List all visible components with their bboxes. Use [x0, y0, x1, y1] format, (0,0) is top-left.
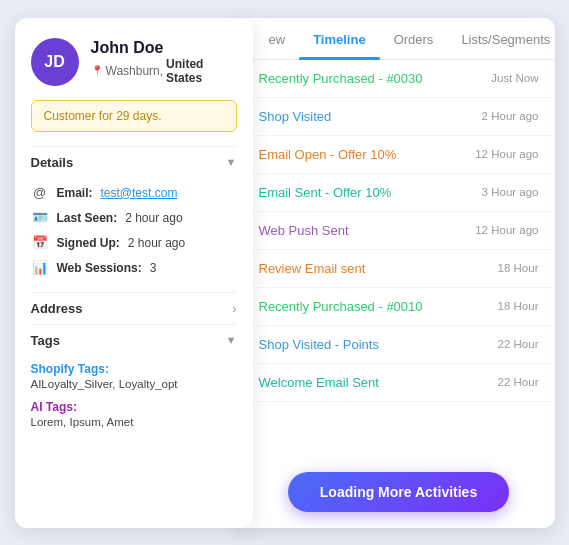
timeline-item-time: 18 Hour [498, 262, 539, 274]
details-section-header[interactable]: Details ▼ [31, 146, 237, 178]
tags-section-title: Tags [31, 333, 60, 348]
web-sessions-row: 📊 Web Sessions: 3 [31, 259, 237, 277]
load-more-button[interactable]: Loading More Activities [288, 472, 509, 512]
timeline-item: Welcome Email Sent22 Hour [243, 364, 555, 402]
timeline-item: Shop Visited2 Hour ago [243, 98, 555, 136]
signed-up-value: 2 hour ago [128, 236, 185, 250]
location-icon: 📍 [91, 65, 103, 76]
tab-timeline[interactable]: Timeline [299, 18, 380, 59]
tags-content: Shopify Tags: AILoyalty_Silver, Loyalty_… [31, 356, 237, 446]
timeline-item-label: Shop Visited - Points [259, 337, 379, 352]
signed-up-icon: 📅 [31, 234, 49, 252]
email-label: Email: [57, 186, 93, 200]
timeline-item: Email Sent - Offer 10%3 Hour ago [243, 174, 555, 212]
details-chevron-icon: ▼ [226, 156, 237, 168]
email-row: @ Email: test@test.com [31, 184, 237, 202]
timeline-item-label: Shop Visited [259, 109, 332, 124]
timeline-item-label: Web Push Sent [259, 223, 349, 238]
last-seen-label: Last Seen: [57, 211, 118, 225]
timeline-item-time: 18 Hour [498, 300, 539, 312]
tab-orders[interactable]: Orders [380, 18, 448, 59]
timeline-item-time: 12 Hour ago [475, 148, 538, 160]
profile-header: JD John Doe 📍 Washburn, United States [31, 38, 237, 86]
customer-name: John Doe [91, 39, 237, 57]
customer-location: 📍 Washburn, United States [91, 57, 237, 85]
timeline-item-label: Welcome Email Sent [259, 375, 379, 390]
timeline-item-time: 2 Hour ago [482, 110, 539, 122]
right-panel: ew Timeline Orders Lists/Segments Recent… [233, 18, 555, 528]
timeline-list: Recently Purchased - #0030Just NowShop V… [243, 60, 555, 456]
timeline-item-time: 3 Hour ago [482, 186, 539, 198]
web-sessions-value: 3 [150, 261, 157, 275]
left-panel: JD John Doe 📍 Washburn, United States Cu… [15, 18, 253, 528]
tab-lists-segments[interactable]: Lists/Segments [447, 18, 554, 59]
timeline-item-label: Recently Purchased - #0010 [259, 299, 423, 314]
location-city: Washburn, [106, 64, 164, 78]
address-section-header[interactable]: Address › [31, 292, 237, 324]
customer-badge: Customer for 29 days. [31, 100, 237, 132]
tabs-bar: ew Timeline Orders Lists/Segments [243, 18, 555, 60]
shopify-tags-label: Shopify Tags: [31, 362, 237, 376]
timeline-item: Recently Purchased - #001018 Hour [243, 288, 555, 326]
web-sessions-icon: 📊 [31, 259, 49, 277]
address-section-title: Address [31, 301, 83, 316]
load-more-area: Loading More Activities [243, 456, 555, 528]
signed-up-row: 📅 Signed Up: 2 hour ago [31, 234, 237, 252]
web-sessions-label: Web Sessions: [57, 261, 142, 275]
address-chevron-icon: › [232, 301, 236, 316]
timeline-item: Recently Purchased - #0030Just Now [243, 60, 555, 98]
timeline-item: Review Email sent18 Hour [243, 250, 555, 288]
timeline-item-label: Email Sent - Offer 10% [259, 185, 392, 200]
tab-overview[interactable]: ew [255, 18, 300, 59]
tags-chevron-icon: ▼ [226, 334, 237, 346]
tags-section-header[interactable]: Tags ▼ [31, 324, 237, 356]
shopify-tags-values: AILoyalty_Silver, Loyalty_opt [31, 378, 237, 390]
email-icon: @ [31, 184, 49, 202]
timeline-item-time: 12 Hour ago [475, 224, 538, 236]
profile-info: John Doe 📍 Washburn, United States [91, 39, 237, 85]
ai-tags-label: AI Tags: [31, 400, 237, 414]
ai-tags-values: Lorem, Ipsum, Amet [31, 416, 237, 428]
timeline-item-label: Review Email sent [259, 261, 366, 276]
location-country: United States [166, 57, 236, 85]
last-seen-value: 2 hour ago [125, 211, 182, 225]
details-content: @ Email: test@test.com 🪪 Last Seen: 2 ho… [31, 178, 237, 292]
last-seen-row: 🪪 Last Seen: 2 hour ago [31, 209, 237, 227]
timeline-item-time: Just Now [491, 72, 538, 84]
timeline-item-label: Email Open - Offer 10% [259, 147, 397, 162]
last-seen-icon: 🪪 [31, 209, 49, 227]
timeline-item: Shop Visited - Points22 Hour [243, 326, 555, 364]
timeline-item: Email Open - Offer 10%12 Hour ago [243, 136, 555, 174]
details-section-title: Details [31, 155, 74, 170]
timeline-item: Web Push Sent12 Hour ago [243, 212, 555, 250]
timeline-item-time: 22 Hour [498, 338, 539, 350]
avatar: JD [31, 38, 79, 86]
timeline-item-label: Recently Purchased - #0030 [259, 71, 423, 86]
email-value[interactable]: test@test.com [101, 186, 178, 200]
signed-up-label: Signed Up: [57, 236, 120, 250]
timeline-item-time: 22 Hour [498, 376, 539, 388]
